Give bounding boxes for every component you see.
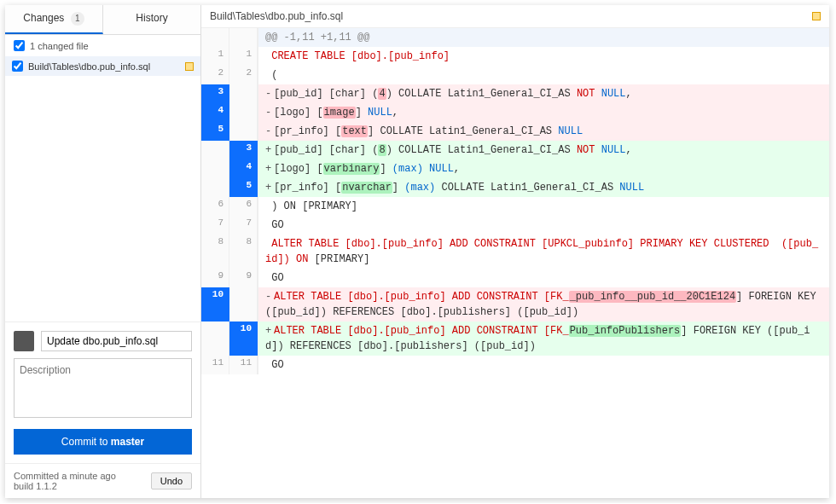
commit-button-prefix: Commit to	[61, 436, 111, 448]
commit-description-input[interactable]	[14, 358, 192, 418]
tab-changes[interactable]: Changes 1	[5, 5, 103, 34]
diff-hunk-row: @@ -1,11 +1,11 @@	[201, 28, 829, 47]
file-list: Build\Tables\dbo.pub_info.sql	[5, 56, 200, 76]
sidebar-tabs: Changes 1 History	[5, 5, 200, 35]
diff-line: 22 (	[201, 66, 829, 84]
filepath-bar: Build\Tables\dbo.pub_info.sql	[201, 5, 829, 28]
diff-line-add: 10 +ALTER TABLE [dbo].[pub_info] ADD CON…	[201, 322, 829, 356]
commit-status-line2: build 1.1.2	[14, 481, 116, 491]
diff-line-add: 3 +[pub_id] [char] (8) COLLATE Latin1_Ge…	[201, 141, 829, 159]
tab-history[interactable]: History	[103, 5, 200, 34]
diff-line: 1111 GO	[201, 356, 829, 374]
tab-changes-count: 1	[71, 12, 84, 26]
changed-files-count: 1 changed file	[30, 41, 89, 51]
diff-line: 77 GO	[201, 216, 829, 235]
diff-line: 66 ) ON [PRIMARY]	[201, 197, 829, 216]
avatar	[14, 331, 34, 351]
diff-hunk: @@ -1,11 +1,11 @@	[258, 28, 829, 47]
file-status-modified-icon	[185, 62, 194, 71]
diff-view[interactable]: @@ -1,11 +1,11 @@ 11 CREATE TABLE [dbo].…	[201, 28, 829, 498]
commit-subject-input[interactable]	[41, 331, 192, 351]
app-window: Changes 1 History 1 changed file Build\T…	[5, 5, 829, 498]
changed-files-header: 1 changed file	[5, 35, 200, 56]
diff-line-add: 4 +[logo] [varbinary] (max) NULL,	[201, 159, 829, 178]
file-checkbox[interactable]	[12, 61, 23, 72]
diff-line-del: 3 -[pub_id] [char] (4) COLLATE Latin1_Ge…	[201, 84, 829, 103]
commit-status-line1: Committed a minute ago	[14, 471, 116, 481]
select-all-checkbox[interactable]	[14, 40, 25, 51]
diff-line-del: 5 -[pr_info] [text] COLLATE Latin1_Gener…	[201, 122, 829, 141]
commit-button-branch: master	[111, 436, 144, 448]
sidebar: Changes 1 History 1 changed file Build\T…	[5, 5, 201, 498]
undo-button[interactable]: Undo	[151, 472, 192, 490]
file-item[interactable]: Build\Tables\dbo.pub_info.sql	[5, 56, 200, 76]
file-name: Build\Tables\dbo.pub_info.sql	[28, 61, 182, 72]
diff-line: 11 CREATE TABLE [dbo].[pub_info]	[201, 47, 829, 66]
diff-line-del: 10 -ALTER TABLE [dbo].[pub_info] ADD CON…	[201, 287, 829, 322]
filepath-text: Build\Tables\dbo.pub_info.sql	[210, 10, 809, 22]
diff-line: 88 ALTER TABLE [dbo].[pub_info] ADD CONS…	[201, 235, 829, 269]
commit-subject-row	[14, 331, 192, 351]
tab-changes-label: Changes	[23, 12, 64, 24]
commit-status: Committed a minute ago build 1.1.2	[14, 471, 116, 491]
commit-button[interactable]: Commit to master	[14, 429, 192, 455]
main-panel: Build\Tables\dbo.pub_info.sql @@ -1,11 +…	[201, 5, 829, 498]
file-status-modified-icon	[812, 12, 821, 20]
commit-panel: Commit to master	[5, 322, 200, 463]
commit-footer: Committed a minute ago build 1.1.2 Undo	[5, 463, 200, 498]
sidebar-spacer	[5, 76, 200, 322]
diff-line-add: 5 +[pr_info] [nvarchar] (max) COLLATE La…	[201, 178, 829, 197]
diff-line: 99 GO	[201, 269, 829, 287]
diff-line-del: 4 -[logo] [image] NULL,	[201, 103, 829, 122]
tab-history-label: History	[136, 12, 167, 24]
